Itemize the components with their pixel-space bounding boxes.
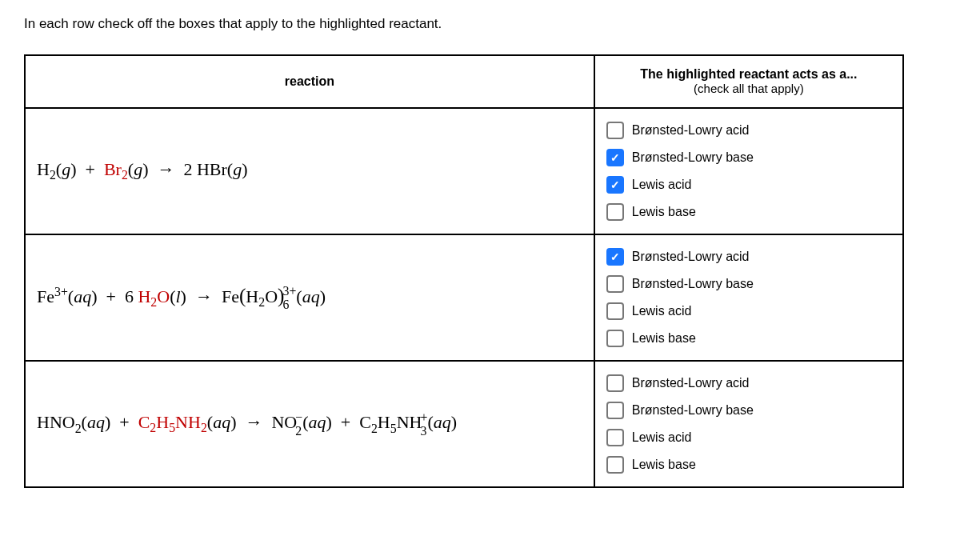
option-label: Brønsted-Lowry acid [632,250,750,264]
option-label: Brønsted-Lowry acid [632,376,750,390]
option-label: Lewis acid [632,304,692,318]
option-label: Lewis base [632,205,696,219]
checkbox-l-base[interactable] [606,203,624,221]
header-reaction: reaction [25,55,594,108]
option-label: Brønsted-Lowry base [632,403,754,418]
table-row: HNO2(aq) + C2H5NH2(aq) → NO−2(aq) + C2H5… [25,361,903,487]
option-label: Lewis acid [632,430,692,445]
checkbox-bl-acid[interactable] [606,122,624,139]
checkbox-l-acid[interactable]: ✓ [606,176,624,194]
checks-2: ✓Brønsted-Lowry acid Brønsted-Lowry base… [594,234,903,361]
checks-3: Brønsted-Lowry acid Brønsted-Lowry base … [594,361,903,487]
reaction-2: Fe3+(aq) + 6 H2O(l) → Fe(H2O)3+6(aq) [25,234,594,361]
option-label: Lewis base [632,458,696,472]
reaction-3: HNO2(aq) + C2H5NH2(aq) → NO−2(aq) + C2H5… [25,361,594,487]
table-row: Fe3+(aq) + 6 H2O(l) → Fe(H2O)3+6(aq) ✓Br… [25,234,903,361]
option-label: Lewis base [632,331,696,346]
checkbox-l-base[interactable] [606,456,624,474]
instruction-text: In each row check off the boxes that app… [24,16,936,32]
checkbox-bl-base[interactable] [606,275,624,293]
checkbox-bl-base[interactable] [606,402,624,419]
checks-1: Brønsted-Lowry acid ✓Brønsted-Lowry base… [594,108,903,234]
checkbox-bl-acid[interactable] [606,374,624,392]
checkbox-l-base[interactable] [606,330,624,347]
checkbox-l-acid[interactable] [606,302,624,320]
reaction-1: H2(g) + Br2(g) → 2 HBr(g) [25,108,594,234]
checkbox-l-acid[interactable] [606,429,624,446]
reaction-table: reaction The highlighted reactant acts a… [24,54,904,488]
checkbox-bl-acid[interactable]: ✓ [606,248,624,266]
option-label: Lewis acid [632,178,692,192]
header-acts-as: The highlighted reactant acts as a... (c… [594,55,903,108]
option-label: Brønsted-Lowry base [632,150,754,165]
option-label: Brønsted-Lowry acid [632,123,750,138]
option-label: Brønsted-Lowry base [632,277,754,291]
table-row: H2(g) + Br2(g) → 2 HBr(g) Brønsted-Lowry… [25,108,903,234]
checkbox-bl-base[interactable]: ✓ [606,149,624,166]
